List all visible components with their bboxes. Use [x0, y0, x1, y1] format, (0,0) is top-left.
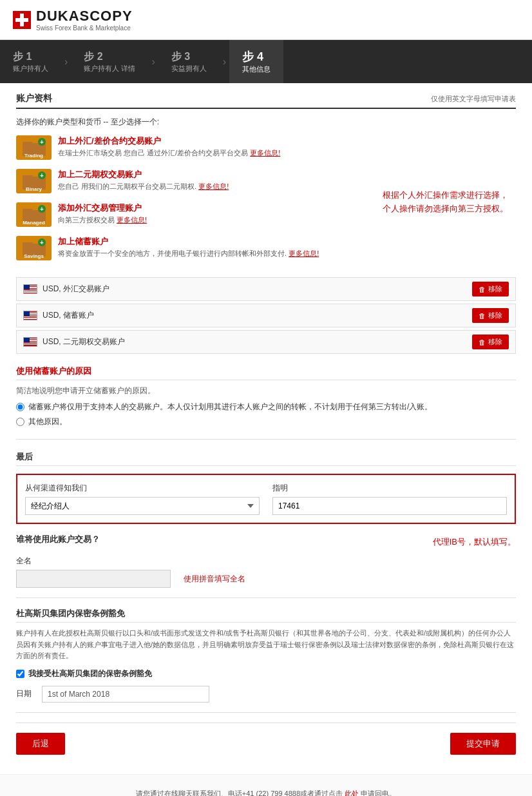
- footer-contact-link[interactable]: 此处: [345, 790, 359, 796]
- who-trade-section: 谁将使用此账户交易？ 代理IB号，默认填写。 全名 使用拼音填写全名: [16, 534, 516, 588]
- how-know-label: 从何渠道得知我们: [25, 483, 260, 494]
- savings-info: 加上储蓄账户 将资金放置于一个安全的地方，并使用电子银行进行内部转帐和外部支付.…: [58, 236, 361, 258]
- fullname-note: 使用拼音填写全名: [184, 574, 245, 585]
- privacy-check-row[interactable]: 我接受杜高斯贝集团的保密条例豁免: [16, 668, 516, 679]
- svg-rect-2: [15, 18, 28, 22]
- fullname-input[interactable]: [16, 570, 171, 588]
- privacy-text: 账户持有人在此授权杜高斯贝银行以口头和/或书面形式发送文件和/或售予杜高斯贝银行…: [16, 628, 516, 662]
- step-2-num: 步 2: [84, 50, 135, 64]
- referral-input[interactable]: [272, 497, 507, 515]
- step-3-num: 步 3: [171, 50, 207, 64]
- ib-note: 代理IB号，默认填写。: [433, 536, 516, 548]
- select-instruction: 选择你的账户类型和货币 -- 至少选择一个:: [16, 117, 516, 128]
- managed-info: 添加外汇交易管理账户 向第三方授权交易 更多信息!: [58, 202, 361, 225]
- binary-more-info[interactable]: 更多信息!: [198, 182, 229, 190]
- step-3-label: 实益拥有人: [171, 64, 207, 73]
- final-title: 最后: [16, 451, 516, 466]
- managed-title[interactable]: 添加外汇交易管理账户: [58, 203, 142, 213]
- account-options-container: + Trading 加上外汇/差价合约交易账户 在瑞士外汇市场交易 您自己 通过…: [16, 135, 516, 269]
- privacy-checkbox[interactable]: [16, 670, 24, 678]
- savings-radio-2[interactable]: 其他原因。: [16, 416, 516, 427]
- divider-1: [16, 439, 516, 440]
- savings-reason-section: 使用储蓄账户的原因 简洁地说明您申请开立储蓄账户的原因。 储蓄账户将仅用于支持本…: [16, 365, 516, 427]
- annotation-line1: 根据个人外汇操作需求进行选择，: [383, 189, 508, 202]
- section-title: 账户资料: [16, 93, 52, 104]
- managed-label: Managed: [23, 220, 45, 226]
- svg-text:+: +: [40, 172, 44, 179]
- annotation: 根据个人外汇操作需求进行选择， 个人操作请勿选择向第三方授权。: [383, 189, 508, 216]
- referral-label: 指明: [272, 483, 507, 494]
- savings-label: Savings: [24, 253, 44, 259]
- back-button[interactable]: 后退: [16, 733, 65, 755]
- who-trade-title: 谁将使用此账户交易？: [16, 534, 100, 545]
- submit-button[interactable]: 提交申请: [450, 733, 516, 755]
- referral-group: 指明: [272, 483, 507, 515]
- savings-radio-1[interactable]: 储蓄账户将仅用于支持本人的交易账户。本人仅计划用其进行本人账户之间的转帐，不计划…: [16, 402, 516, 413]
- svg-rect-16: [23, 242, 33, 245]
- step-2[interactable]: 步 2 账户持有人 详情: [71, 40, 148, 83]
- account-option-binary[interactable]: + Binary 加上二元期权交易账户 您自己 用我们的二元期权平台交易二元期权…: [16, 169, 361, 193]
- account-option-savings[interactable]: + Savings 加上储蓄账户 将资金放置于一个安全的地方，并使用电子银行进行…: [16, 236, 361, 260]
- svg-text:+: +: [40, 239, 44, 246]
- account-row-binary-text: USD, 二元期权交易账户: [43, 336, 125, 347]
- remove-savings-button[interactable]: 🗑 移除: [472, 308, 509, 323]
- step-4[interactable]: 步 4 其他信息: [229, 40, 283, 83]
- us-flag-icon-3: [23, 337, 37, 347]
- savings-radio-1-input[interactable]: [16, 403, 24, 411]
- trading-more-info[interactable]: 更多信息!: [250, 149, 280, 157]
- trash-icon-2: 🗑: [479, 312, 486, 320]
- savings-more-info[interactable]: 更多信息!: [289, 249, 319, 257]
- footer: 请您通过在线聊天联系我们、电话+41 (22) 799 4888或者通过点击 此…: [0, 774, 532, 796]
- savings-reason-desc: 简洁地说明您申请开立储蓄账户的原因。: [16, 385, 516, 396]
- options-list: + Trading 加上外汇/差价合约交易账户 在瑞士外汇市场交易 您自己 通过…: [16, 135, 361, 269]
- logo-text: DUKASCOPY Swiss Forex Bank & Marketplace: [36, 8, 133, 32]
- svg-text:+: +: [40, 206, 44, 213]
- date-label: 日期: [16, 688, 35, 699]
- header: DUKASCOPY Swiss Forex Bank & Marketplace: [0, 0, 532, 40]
- annotation-line2: 个人操作请勿选择向第三方授权。: [383, 202, 508, 216]
- svg-text:+: +: [40, 139, 44, 146]
- trading-icon: + Trading: [16, 135, 52, 160]
- binary-label: Binary: [26, 186, 42, 192]
- svg-rect-8: [23, 175, 33, 178]
- divider-3: [16, 712, 516, 713]
- final-section: 最后 从何渠道得知我们 经纪介绍人 搜索引擎 朋友介绍 广告 其他 指明: [16, 451, 516, 764]
- savings-reason-title: 使用储蓄账户的原因: [16, 365, 516, 380]
- step-2-label: 账户持有人 详情: [84, 64, 135, 73]
- binary-desc: 您自己 用我们的二元期权平台交易二元期权. 更多信息!: [58, 182, 361, 191]
- binary-title[interactable]: 加上二元期权交易账户: [58, 170, 142, 179]
- fullname-label: 全名: [16, 556, 516, 567]
- step-4-label: 其他信息: [242, 64, 271, 74]
- trading-info: 加上外汇/差价合约交易账户 在瑞士外汇市场交易 您自己 通过外汇/差价合约交易平…: [58, 135, 361, 158]
- savings-radio-2-label: 其他原因。: [28, 416, 67, 427]
- trash-icon: 🗑: [479, 286, 486, 293]
- highlight-box: 从何渠道得知我们 经纪介绍人 搜索引擎 朋友介绍 广告 其他 指明: [16, 474, 516, 524]
- binary-icon: + Binary: [16, 169, 52, 193]
- savings-icon: + Savings: [16, 236, 52, 260]
- trading-label: Trading: [24, 153, 43, 159]
- account-option-managed[interactable]: + Managed 添加外汇交易管理账户 向第三方授权交易 更多信息!: [16, 202, 361, 227]
- savings-radio-2-input[interactable]: [16, 418, 24, 426]
- step-3[interactable]: 步 3 实益拥有人: [158, 40, 220, 83]
- account-row-trading-text: USD, 外汇交易账户: [43, 284, 109, 295]
- date-input[interactable]: [42, 686, 209, 703]
- savings-title[interactable]: 加上储蓄账户: [58, 237, 108, 246]
- footer-contact-text: 请您通过在线聊天联系我们、电话+41 (22) 799 4888或者通过点击: [136, 790, 343, 796]
- logo: DUKASCOPY Swiss Forex Bank & Marketplace: [13, 8, 133, 32]
- account-row-savings-left: USD, 储蓄账户: [23, 310, 94, 321]
- step-1[interactable]: 步 1 账户持有人: [0, 40, 61, 83]
- button-row: 后退 提交申请: [16, 723, 516, 764]
- us-flag-icon: [23, 284, 37, 294]
- annotation-col: 根据个人外汇操作需求进行选择， 个人操作请勿选择向第三方授权。: [374, 135, 516, 269]
- managed-more-info[interactable]: 更多信息!: [117, 216, 147, 224]
- privacy-title: 杜高斯贝集团内保密条例豁免: [16, 608, 516, 623]
- logo-subtitle: Swiss Forex Bank & Marketplace: [36, 24, 133, 32]
- remove-binary-button[interactable]: 🗑 移除: [472, 335, 509, 349]
- account-option-trading[interactable]: + Trading 加上外汇/差价合约交易账户 在瑞士外汇市场交易 您自己 通过…: [16, 135, 361, 160]
- trading-title[interactable]: 加上外汇/差价合约交易账户: [58, 136, 161, 146]
- step-arrow-2: ›: [148, 40, 158, 83]
- how-know-select[interactable]: 经纪介绍人 搜索引擎 朋友介绍 广告 其他: [25, 497, 260, 515]
- account-row-trading-left: USD, 外汇交易账户: [23, 284, 109, 295]
- remove-trading-button[interactable]: 🗑 移除: [472, 282, 509, 296]
- fullname-row: 使用拼音填写全名: [16, 570, 516, 588]
